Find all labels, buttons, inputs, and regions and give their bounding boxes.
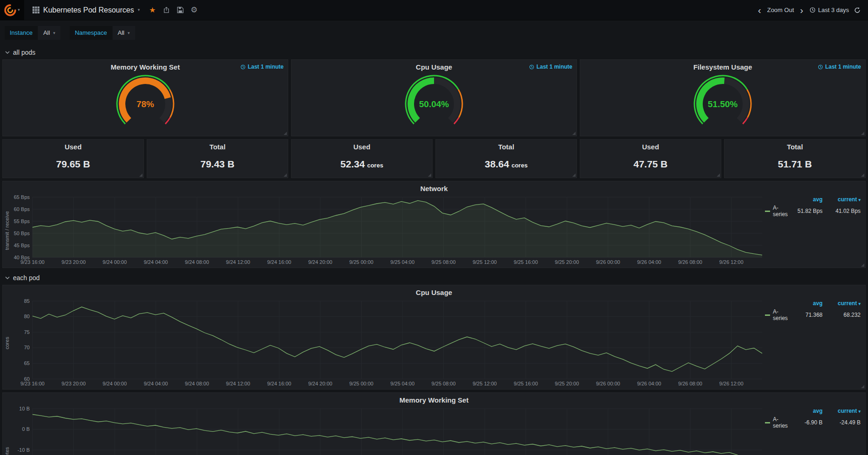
stat-value: 38.64 (485, 159, 509, 170)
svg-text:0 B: 0 B (22, 426, 30, 432)
svg-text:9/24 12:00: 9/24 12:00 (226, 381, 250, 386)
panel-title[interactable]: Used (291, 140, 432, 151)
svg-text:9/24 20:00: 9/24 20:00 (308, 259, 332, 265)
legend-avg-header[interactable]: avg (789, 196, 823, 203)
legend-avg-value: 51.82 Bps (789, 208, 823, 214)
panel-header: Filesystem Usage Last 1 minute (580, 60, 865, 72)
svg-text:50 Bps: 50 Bps (14, 231, 30, 236)
series-color-swatch (765, 211, 770, 212)
panel-resize-handle[interactable] (572, 132, 576, 135)
save-icon[interactable] (177, 6, 184, 13)
panel-title[interactable]: Total (436, 140, 577, 151)
share-icon[interactable] (163, 6, 170, 13)
legend-current-header[interactable]: current ▾ (823, 196, 861, 203)
svg-text:60: 60 (24, 376, 30, 382)
chevron-down-icon (5, 276, 10, 279)
row-toggle-all-pods[interactable]: all pods (2, 45, 866, 59)
variable-instance-dropdown[interactable]: All ▾ (38, 26, 60, 40)
time-shift-forward-button[interactable]: › (799, 5, 804, 15)
svg-text:9/24 04:00: 9/24 04:00 (144, 259, 168, 265)
y-axis-label: cores (3, 297, 11, 389)
svg-text:60 Bps: 60 Bps (14, 206, 30, 212)
legend-avg-header[interactable]: avg (789, 408, 823, 414)
svg-text:-10 B: -10 B (18, 447, 30, 453)
row-toggle-each-pod[interactable]: each pod (2, 271, 866, 285)
panel-stat-cpu-total: Total 38.64cores (435, 139, 577, 178)
svg-text:55 Bps: 55 Bps (14, 218, 30, 224)
svg-text:75: 75 (24, 329, 30, 335)
svg-text:9/23 20:00: 9/23 20:00 (62, 381, 86, 386)
panel-title[interactable]: Used (3, 140, 143, 151)
zoom-out-button[interactable]: Zoom Out (767, 6, 794, 13)
panel-resize-handle[interactable] (139, 173, 143, 177)
legend-current-value: -24.49 B (823, 419, 861, 426)
panel-title[interactable]: Memory Working Set (3, 393, 865, 404)
panel-graph-memory-working-set: Memory Working Set bytes 9/23 16:009/23 … (2, 392, 866, 455)
panel-resize-handle[interactable] (284, 173, 287, 177)
dashboard-title-button[interactable]: Kubernetes Pod Resources ▾ (30, 4, 143, 16)
variable-instance-value: All (43, 26, 50, 40)
svg-text:9/25 16:00: 9/25 16:00 (514, 259, 538, 265)
panel-resize-handle[interactable] (861, 385, 864, 388)
legend-series-name[interactable]: A-series (765, 205, 789, 218)
panel-resize-handle[interactable] (861, 173, 864, 177)
legend-series-name[interactable]: A-series (765, 308, 789, 321)
graph-legend: avg current ▾ A-series -6.90 B -24.49 B (765, 405, 865, 455)
refresh-icon[interactable] (854, 7, 861, 13)
legend-avg-header[interactable]: avg (789, 300, 823, 307)
legend-avg-value: 71.368 (789, 312, 823, 318)
panel-title[interactable]: Total (725, 140, 865, 151)
memory-graph-canvas[interactable]: 9/23 16:009/23 20:009/24 00:009/24 04:00… (11, 405, 765, 455)
panel-stat-filesystem-total: Total 51.71 B (724, 139, 866, 178)
panel-title[interactable]: Network (3, 181, 865, 192)
panel-resize-handle[interactable] (284, 132, 287, 135)
stat-suffix: cores (367, 162, 383, 169)
panel-resize-handle[interactable] (428, 173, 431, 177)
svg-text:9/23 16:00: 9/23 16:00 (20, 259, 45, 265)
graph-legend: avg current ▾ A-series 51.82 Bps 41.02 B… (765, 193, 865, 268)
network-graph-canvas[interactable]: 9/23 16:009/23 20:009/24 00:009/24 04:00… (11, 193, 765, 268)
variable-namespace-dropdown[interactable]: All ▾ (113, 26, 135, 40)
svg-text:45 Bps: 45 Bps (14, 243, 30, 248)
legend-current-header[interactable]: current ▾ (823, 408, 861, 414)
time-range-button[interactable]: Last 3 days (810, 6, 849, 13)
legend-avg-value: -6.90 B (789, 419, 823, 426)
panel-resize-handle[interactable] (861, 263, 864, 267)
variable-instance: Instance All ▾ (5, 26, 60, 40)
gear-icon[interactable]: ⚙ (191, 6, 198, 14)
clock-icon (529, 64, 534, 70)
series-color-swatch (765, 422, 770, 423)
panel-title[interactable]: Used (580, 140, 721, 151)
stat-value: 47.75 B (634, 159, 668, 170)
svg-text:9/24 08:00: 9/24 08:00 (185, 259, 209, 265)
star-icon[interactable]: ★ (149, 6, 155, 14)
legend-series-name[interactable]: A-series (765, 416, 789, 429)
time-override-label: Last 1 minute (529, 64, 572, 70)
clock-icon (240, 64, 246, 70)
svg-text:9/23 20:00: 9/23 20:00 (62, 259, 86, 265)
time-shift-back-button[interactable]: ‹ (757, 5, 762, 15)
grafana-logo-button[interactable]: ▾ (0, 0, 24, 20)
panel-title[interactable]: Cpu Usage (3, 285, 865, 296)
variable-namespace: Namespace All ▾ (70, 26, 135, 40)
svg-text:51.50%: 51.50% (708, 99, 738, 109)
panel-resize-handle[interactable] (572, 173, 576, 177)
clock-icon (818, 64, 823, 70)
stat-panels-row: Used 79.65 B Total 79.43 B Used 52.34cor… (2, 139, 866, 178)
time-override-label: Last 1 minute (818, 64, 861, 70)
graph-legend: avg current ▾ A-series 71.368 68.232 (765, 297, 865, 389)
memory-row: Memory Working Set bytes 9/23 16:009/23 … (2, 392, 866, 455)
legend-current-header[interactable]: current ▾ (823, 300, 861, 307)
stat-value: 79.65 B (56, 159, 91, 170)
panel-resize-handle[interactable] (861, 132, 864, 135)
graph-body: bytes 9/23 16:009/23 20:009/24 00:009/24… (3, 405, 865, 455)
time-range-label: Last 3 days (818, 6, 849, 13)
sort-caret-icon: ▾ (858, 409, 861, 414)
cpu-gauge: 50.04% (392, 73, 476, 135)
chevron-down-icon (5, 51, 10, 54)
panel-stat-cpu-used: Used 52.34cores (291, 139, 433, 178)
svg-text:78%: 78% (136, 99, 154, 109)
panel-title[interactable]: Total (147, 140, 288, 151)
panel-resize-handle[interactable] (717, 173, 720, 177)
cpu-graph-canvas[interactable]: 9/23 16:009/23 20:009/24 00:009/24 04:00… (11, 297, 765, 389)
